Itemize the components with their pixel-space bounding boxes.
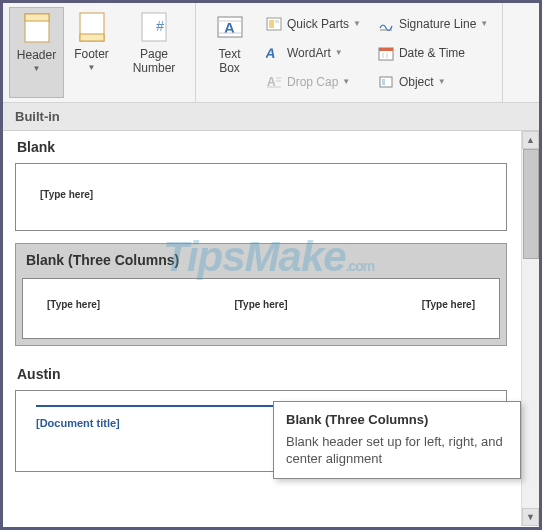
scrollbar[interactable]: ▲ ▼ [521, 131, 539, 526]
placeholder-doc-title: [Document title] [36, 417, 120, 429]
gallery-item-blank-three-columns[interactable]: Blank (Three Columns) [Type here] [Type … [15, 243, 507, 346]
object-label: Object [399, 75, 434, 89]
date-time-button[interactable]: Date & Time [373, 42, 492, 64]
quick-parts-icon [265, 15, 283, 33]
drop-cap-label: Drop Cap [287, 75, 338, 89]
section-blank-title: Blank [3, 131, 519, 159]
text-box-icon: A [214, 11, 246, 43]
scroll-down-button[interactable]: ▼ [522, 508, 539, 526]
header-label: Header [17, 48, 56, 62]
text-box-button[interactable]: A Text Box [202, 7, 257, 98]
chevron-down-icon: ▼ [342, 77, 350, 86]
footer-button[interactable]: Footer ▼ [64, 7, 119, 98]
ribbon-group-text: A Text Box Quick Parts ▼ A WordArt ▼ A D… [196, 3, 503, 102]
chevron-down-icon: ▼ [33, 64, 41, 73]
chevron-down-icon: ▼ [88, 63, 96, 72]
gallery-item-blank[interactable]: [Type here] [15, 163, 507, 231]
drop-cap-button[interactable]: A Drop Cap ▼ [261, 71, 365, 93]
date-time-label: Date & Time [399, 46, 465, 60]
signature-icon [377, 15, 395, 33]
svg-rect-3 [80, 34, 104, 41]
placeholder-text: [Type here] [40, 189, 93, 200]
header-icon [21, 12, 53, 44]
header-button[interactable]: Header ▼ [9, 7, 64, 98]
section-austin-title: Austin [3, 358, 519, 386]
chevron-down-icon: ▼ [438, 77, 446, 86]
signature-line-button[interactable]: Signature Line ▼ [373, 13, 492, 35]
quick-parts-label: Quick Parts [287, 17, 349, 31]
chevron-down-icon: ▼ [353, 19, 361, 28]
svg-rect-23 [380, 77, 392, 87]
placeholder-text: [Type here] [234, 299, 287, 310]
tooltip-title: Blank (Three Columns) [286, 412, 508, 427]
quick-parts-button[interactable]: Quick Parts ▼ [261, 13, 365, 35]
page-number-icon: # [138, 11, 170, 43]
placeholder-text: [Type here] [47, 299, 100, 310]
svg-text:#: # [156, 18, 164, 34]
section-blank-three-title: Blank (Three Columns) [16, 244, 506, 272]
wordart-button[interactable]: A WordArt ▼ [261, 42, 365, 64]
chevron-down-icon: ▼ [335, 48, 343, 57]
tooltip-desc: Blank header set up for left, right, and… [286, 433, 508, 468]
scroll-up-button[interactable]: ▲ [522, 131, 539, 149]
insert-commands: Signature Line ▼ Date & Time Object ▼ [369, 7, 496, 98]
scroll-thumb[interactable] [523, 149, 539, 259]
object-icon [377, 73, 395, 91]
chevron-down-icon: ▼ [480, 19, 488, 28]
signature-label: Signature Line [399, 17, 476, 31]
object-button[interactable]: Object ▼ [373, 71, 492, 93]
wordart-icon: A [265, 44, 283, 62]
gallery-heading: Built-in [3, 103, 539, 131]
svg-rect-12 [275, 20, 279, 23]
footer-icon [76, 11, 108, 43]
text-commands: Quick Parts ▼ A WordArt ▼ A Drop Cap ▼ [257, 7, 369, 98]
svg-text:A: A [266, 45, 277, 61]
footer-label: Footer [74, 47, 109, 61]
tooltip: Blank (Three Columns) Blank header set u… [273, 401, 521, 479]
ribbon: Header ▼ Footer ▼ # Page Number A Text B… [3, 3, 539, 103]
svg-rect-1 [25, 14, 49, 21]
page-number-button[interactable]: # Page Number [119, 7, 189, 98]
calendar-icon [377, 44, 395, 62]
svg-rect-24 [382, 79, 385, 85]
svg-rect-11 [269, 20, 274, 28]
wordart-label: WordArt [287, 46, 331, 60]
svg-rect-20 [379, 48, 393, 51]
placeholder-text: [Type here] [422, 299, 475, 310]
ribbon-group-headerfooter: Header ▼ Footer ▼ # Page Number [3, 3, 196, 102]
drop-cap-icon: A [265, 73, 283, 91]
text-box-label: Text Box [218, 47, 240, 76]
page-number-label: Page Number [133, 47, 176, 76]
